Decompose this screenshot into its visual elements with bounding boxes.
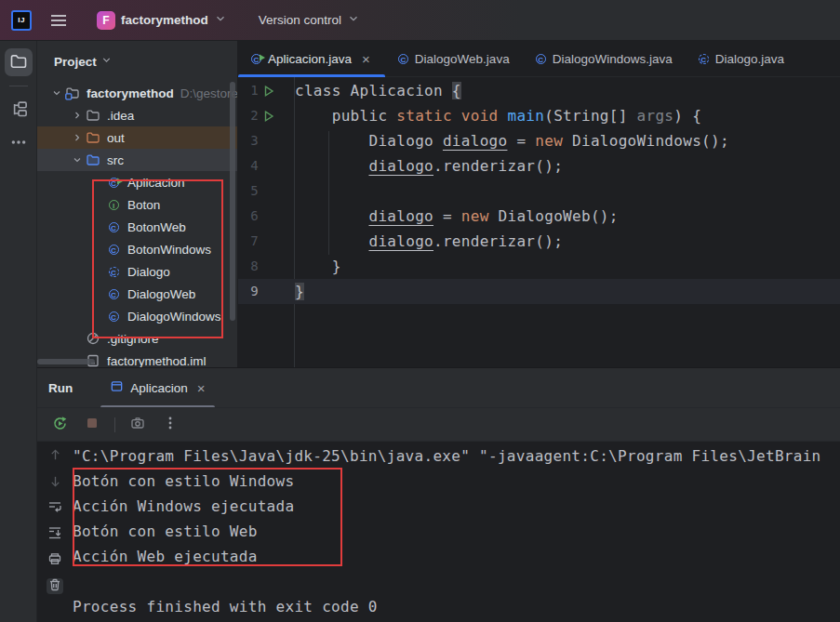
tree-item-dialogowindows[interactable]: CDialogoWindows	[37, 305, 237, 327]
code-text: dialogo = new DialogoWeb();	[279, 204, 619, 229]
class-icon: C	[106, 245, 121, 255]
tree-item-dialogo[interactable]: CDialogo	[37, 260, 237, 283]
editor-tab-dialogo-java[interactable]: CDialogo.java	[686, 41, 797, 76]
more-v-icon	[163, 416, 178, 433]
camera-icon	[130, 416, 145, 433]
run-tab-aplicacion[interactable]: Aplicacion ×	[99, 368, 216, 407]
class-icon: C	[106, 289, 121, 299]
class-icon: C	[106, 311, 121, 322]
project-tree: factorymethodD:\gestore.ideaoutsrcCAplic…	[37, 82, 237, 367]
editor-tabbar: CAplicacion.java×CDialogoWeb.javaCDialog…	[238, 41, 840, 77]
code-token: ) {	[673, 107, 701, 125]
code-line-9[interactable]: 9}	[238, 279, 840, 304]
ignored-icon	[86, 331, 100, 346]
module-folder-icon	[65, 86, 80, 100]
stripe-button-more-h[interactable]	[5, 129, 33, 157]
tree-item-botonwindows[interactable]: CBotonWindows	[37, 238, 237, 260]
camera-button[interactable]	[127, 415, 148, 435]
code-line-8[interactable]: 8 }	[238, 254, 840, 279]
code-token: public	[295, 107, 396, 125]
structure-icon	[9, 99, 28, 121]
version-control-label: Version control	[259, 13, 341, 27]
run-line-icon[interactable]	[259, 103, 279, 128]
more-v-button[interactable]	[160, 415, 180, 435]
arrow-down-button[interactable]	[47, 474, 63, 490]
tree-item-idea[interactable]: .idea	[37, 104, 237, 126]
code-token: void	[461, 107, 499, 125]
tree-item-botonweb[interactable]: CBotonWeb	[37, 216, 237, 238]
chevron-right-icon[interactable]	[69, 110, 86, 121]
chevron-right-icon[interactable]	[69, 132, 86, 143]
code-line-3[interactable]: 3 Dialogo dialogo = new DialogoWindows()…	[238, 128, 840, 153]
tree-item-dialogoweb[interactable]: CDialogoWeb	[37, 283, 237, 305]
tree-item-gitignore[interactable]: .gitignore	[37, 327, 237, 350]
close-icon[interactable]: ×	[360, 52, 372, 66]
run-line-icon[interactable]	[259, 78, 279, 103]
code-token: {	[452, 82, 461, 99]
code-line-6[interactable]: 6 dialogo = new DialogoWeb();	[238, 204, 840, 229]
tree-item-label: DialogoWindows	[127, 310, 221, 324]
project-panel-header[interactable]: Project	[37, 50, 237, 73]
code-line-2[interactable]: 2 public static void main(String[] args)…	[238, 103, 840, 128]
line-number: 6	[238, 204, 259, 229]
line-number: 4	[238, 153, 259, 179]
tree-item-label: factorymethod.iml	[107, 354, 207, 368]
close-icon[interactable]: ×	[197, 380, 206, 396]
tree-item-label: .gitignore	[107, 332, 159, 346]
chevron-down-icon	[100, 54, 113, 69]
version-control-menu[interactable]: Version control	[251, 8, 367, 32]
printer-icon	[47, 551, 62, 569]
gutter-spacer	[259, 229, 279, 254]
editor-tab-aplicacion-java[interactable]: CAplicacion.java×	[238, 41, 385, 76]
tool-window-stripe	[0, 41, 37, 622]
class-run-icon: C	[106, 178, 121, 188]
editor-tab-dialogowindows-java[interactable]: CDialogoWindows.java	[523, 41, 686, 76]
class-icon: C	[398, 54, 408, 64]
chevron-down-icon[interactable]	[69, 154, 86, 165]
code-line-4[interactable]: 4 dialogo.renderizar();	[238, 153, 840, 179]
tree-item-label: Aplicacion	[127, 176, 185, 190]
tree-horizontal-scrollbar[interactable]	[37, 359, 95, 364]
code-line-5[interactable]: 5	[238, 179, 840, 204]
main-menu-button[interactable]	[50, 14, 67, 27]
stop-button[interactable]	[82, 415, 102, 435]
code-line-7[interactable]: 7 dialogo.renderizar();	[238, 229, 840, 254]
arrow-up-button[interactable]	[47, 448, 63, 464]
softwrap-button[interactable]	[47, 500, 63, 516]
code-token: DialogoWeb();	[489, 207, 619, 225]
tree-item-factorymethod[interactable]: factorymethodD:\gestore	[37, 82, 237, 104]
tree-item-out[interactable]: out	[37, 126, 237, 149]
gutter-spacer	[259, 128, 279, 153]
ide-window: IJ F factorymethod Version control Proje…	[0, 0, 840, 622]
printer-button[interactable]	[47, 552, 63, 568]
line-number: 2	[238, 103, 259, 128]
code-token: dialogo	[368, 157, 433, 175]
stripe-button-project-folder[interactable]	[5, 48, 33, 76]
tree-item-src[interactable]: src	[37, 149, 237, 171]
code-line-1[interactable]: 1class Aplicacion {	[238, 78, 840, 103]
titlebar: IJ F factorymethod Version control	[0, 0, 840, 41]
chevron-down-icon[interactable]	[48, 87, 65, 99]
console-gutter	[37, 448, 73, 594]
rerun-button[interactable]	[49, 415, 70, 435]
code-editor[interactable]: 1class Aplicacion {2 public static void …	[238, 77, 840, 367]
scrollend-icon	[47, 525, 62, 543]
folder-icon	[86, 108, 100, 123]
trash-icon	[47, 577, 62, 595]
editor-tab-dialogoweb-java[interactable]: CDialogoWeb.java	[385, 41, 523, 76]
gutter-spacer	[259, 179, 279, 204]
tree-item-boton[interactable]: IBoton	[37, 193, 237, 216]
line-number: 3	[238, 128, 259, 153]
trash-button[interactable]	[47, 578, 63, 594]
line-number: 9	[238, 279, 259, 304]
project-selector[interactable]: F factorymethod	[89, 7, 234, 33]
console-output[interactable]: "C:\Program Files\Java\jdk-25\bin\java.e…	[73, 442, 840, 622]
interface-icon: I	[106, 200, 121, 210]
softwrap-icon	[47, 499, 62, 517]
scrollend-button[interactable]	[47, 526, 63, 542]
tree-vertical-scrollbar[interactable]	[230, 82, 235, 321]
tree-item-aplicacion[interactable]: CAplicacion	[37, 171, 237, 193]
console-line: Botón con estilo Web	[73, 519, 840, 544]
run-tab-label: Aplicacion	[130, 381, 188, 395]
stripe-button-structure[interactable]	[5, 96, 33, 124]
